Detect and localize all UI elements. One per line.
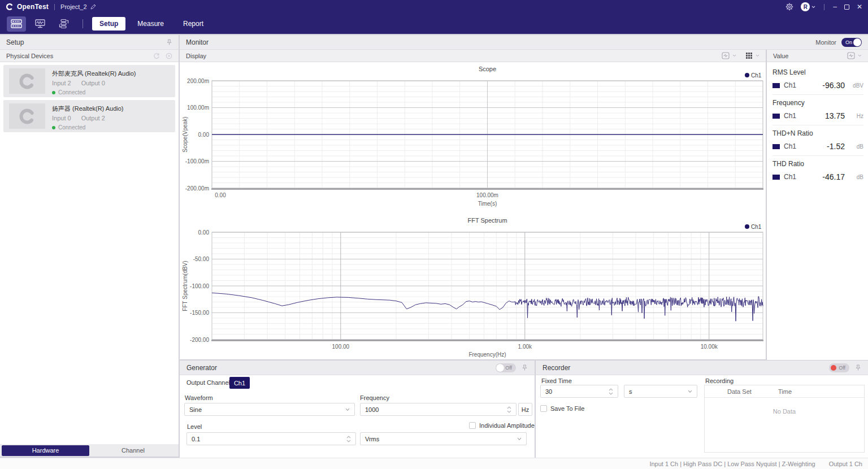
- refresh-icon[interactable]: [153, 53, 160, 59]
- frequency-input[interactable]: 1000: [360, 403, 517, 416]
- add-device-icon[interactable]: [166, 53, 172, 59]
- fixed-time-unit-select[interactable]: s: [624, 385, 697, 398]
- spinner-icon[interactable]: [507, 406, 511, 414]
- output-channel-ch1-button[interactable]: Ch1: [229, 377, 250, 389]
- generator-header: Generator Off: [180, 361, 535, 375]
- tab-report[interactable]: Report: [176, 17, 211, 31]
- pin-icon[interactable]: [522, 364, 528, 371]
- user-menu[interactable]: R: [801, 2, 815, 11]
- sequence-flow-icon: [58, 19, 70, 29]
- waveform-select[interactable]: Sine: [184, 403, 355, 416]
- metric-channel: Ch1: [784, 81, 796, 89]
- pin-icon[interactable]: [855, 364, 861, 371]
- edit-project-icon[interactable]: [90, 3, 97, 10]
- tab-hardware[interactable]: Hardware: [2, 445, 89, 456]
- spinner-icon[interactable]: [346, 435, 351, 443]
- fixed-time-input[interactable]: 30: [540, 385, 618, 398]
- svg-text:Ch1: Ch1: [751, 224, 762, 230]
- frequency-label: Frequency: [360, 394, 389, 401]
- channel-swatch: [772, 175, 780, 180]
- svg-text:Time(s): Time(s): [478, 201, 497, 207]
- recorder-toggle[interactable]: Off: [829, 363, 849, 372]
- fixed-time-label: Fixed Time: [541, 377, 572, 384]
- level-input[interactable]: 0.1: [186, 432, 356, 445]
- tab-channel[interactable]: Channel: [89, 445, 177, 456]
- spinner-icon[interactable]: [609, 388, 613, 396]
- value-panel-title: Value: [773, 53, 788, 59]
- column-time: Time: [778, 388, 792, 395]
- scope-monitor-icon: [34, 19, 46, 29]
- fft-spectrum-chart[interactable]: 0.00-50.00-100.00-150.00-200.00FFT Spect…: [180, 216, 766, 362]
- settings-gear-icon[interactable]: [785, 3, 793, 11]
- metric-value: 13.75: [825, 111, 845, 120]
- sidebar-bottom-tabs: Hardware Channel: [0, 444, 179, 457]
- device-card-speaker[interactable]: 扬声器 (Realtek(R) Audio) Input 0 Output 2 …: [3, 100, 175, 132]
- pin-icon[interactable]: [166, 39, 172, 46]
- chevron-down-icon: [345, 408, 350, 411]
- chevron-down-icon[interactable]: [756, 54, 760, 57]
- scope-chart[interactable]: 200.00m100.00m0.00-100.00m-200.00mScopeC…: [180, 62, 766, 214]
- level-value: 0.1: [192, 436, 200, 442]
- recorder-title: Recorder: [542, 364, 570, 372]
- svg-text:0.00: 0.00: [215, 192, 226, 198]
- metric-label: THD Ratio: [772, 160, 804, 168]
- save-to-file-option[interactable]: Save To File: [540, 405, 584, 412]
- level-unit-select[interactable]: Vrms: [360, 432, 527, 445]
- status-output-info: Output 1 Ch: [829, 461, 862, 467]
- tab-measure[interactable]: Measure: [130, 17, 171, 31]
- device-logo-icon: [18, 72, 37, 91]
- metric-thd-ratio: THD Ratio Ch1-46.17dB: [772, 156, 863, 186]
- setup-panel-title: Setup: [6, 38, 24, 46]
- connected-dot: [52, 126, 55, 129]
- svg-text:-200.00: -200.00: [190, 337, 209, 343]
- generator-toggle[interactable]: Off: [496, 363, 516, 372]
- metric-unit: dB: [849, 144, 863, 150]
- title-bar: OpenTest Project_2 R – ✕: [0, 0, 868, 14]
- device-thumbnail: [9, 103, 45, 129]
- value-panel-header: Value: [767, 50, 868, 62]
- sequence-view-button[interactable]: [54, 16, 73, 32]
- monitor-toggle[interactable]: On: [841, 38, 862, 47]
- toggle-knob: [853, 38, 861, 46]
- fixed-time-unit: s: [629, 388, 632, 395]
- maximize-button[interactable]: [844, 5, 849, 10]
- waveform-label: Waveform: [185, 394, 213, 401]
- close-button[interactable]: ✕: [857, 3, 862, 10]
- save-to-file-checkbox[interactable]: [540, 405, 547, 412]
- metric-thdn-ratio: THD+N Ratio Ch1-1.52dB: [772, 125, 863, 156]
- svg-text:200.00m: 200.00m: [187, 78, 209, 84]
- chart-type-icon[interactable]: [722, 52, 730, 59]
- titlebar-divider-2: [824, 4, 824, 10]
- opentest-logo-icon: [6, 3, 14, 11]
- device-io: Input 0 Output 2: [52, 115, 105, 121]
- setup-panel-header: Setup: [0, 35, 179, 50]
- recorder-header: Recorder Off: [536, 361, 868, 375]
- chevron-down-icon: [517, 437, 522, 441]
- individual-amplitude-label: Individual Amplitude: [479, 422, 535, 429]
- recording-table-header: Data Set Time: [705, 385, 864, 398]
- monitor-view-button[interactable]: [31, 16, 50, 32]
- recorder-toggle-state: Off: [839, 365, 845, 371]
- user-avatar[interactable]: R: [801, 2, 810, 11]
- grid-layout-icon[interactable]: [745, 52, 753, 59]
- individual-amplitude-checkbox[interactable]: [469, 422, 476, 429]
- generator-title: Generator: [186, 364, 217, 372]
- chart-type-icon[interactable]: [847, 52, 855, 59]
- device-card-microphone[interactable]: 外部麦克风 (Realtek(R) Audio) Input 2 Output …: [3, 65, 175, 97]
- svg-text:100.00: 100.00: [332, 344, 350, 350]
- metric-unit: Hz: [849, 113, 863, 119]
- metric-unit: dB: [849, 174, 863, 180]
- chevron-down-icon[interactable]: [732, 54, 736, 57]
- chevron-down-icon: [811, 6, 815, 8]
- fixed-time-value: 30: [545, 388, 552, 395]
- individual-amplitude-option[interactable]: Individual Amplitude: [469, 422, 535, 429]
- recording-label: Recording: [705, 377, 734, 384]
- svg-text:-200.00m: -200.00m: [185, 185, 209, 192]
- chevron-down-icon[interactable]: [858, 54, 862, 57]
- record-dot-icon: [831, 365, 836, 371]
- hardware-view-button[interactable]: [7, 16, 26, 32]
- tab-setup[interactable]: Setup: [92, 17, 125, 31]
- svg-text:100.00m: 100.00m: [187, 105, 209, 111]
- display-charts-area: 200.00m100.00m0.00-100.00m-200.00mScopeC…: [180, 62, 766, 359]
- minimize-button[interactable]: –: [833, 3, 837, 10]
